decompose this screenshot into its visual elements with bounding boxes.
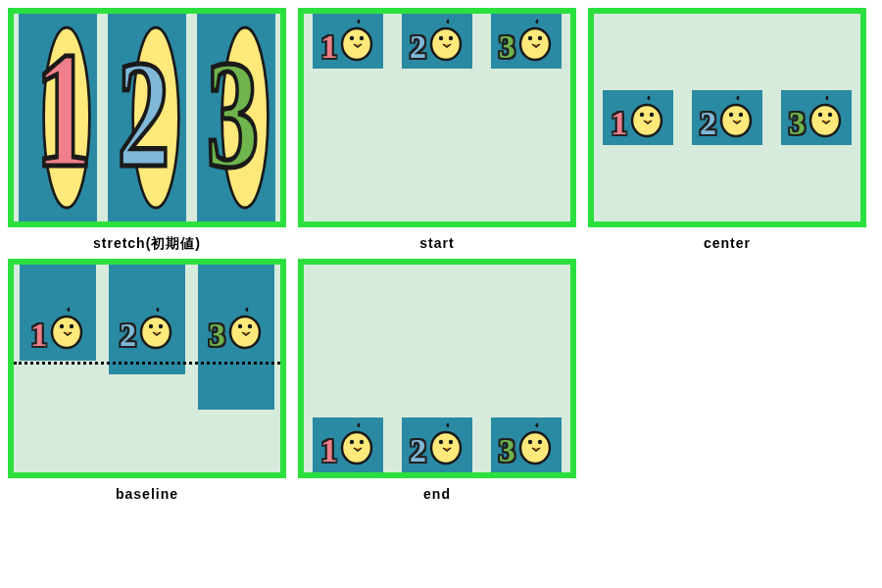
item2-stretched-art: 2 [112,20,182,216]
number-1: 1 [320,30,337,64]
chick-icon [427,422,465,469]
svg-point-38 [449,440,453,444]
svg-point-22 [817,113,821,117]
panel-start: 1 2 3 start [298,8,576,253]
panel-stretch-label: stretch(初期値) [93,235,201,253]
chick-icon [717,95,755,142]
panel-stretch-box: 1 2 [8,8,286,227]
svg-text:1: 1 [35,20,92,202]
chick-icon [137,307,174,354]
number-3: 3 [499,434,515,467]
chick-icon [48,307,85,354]
panel-end-label: end [423,486,451,502]
panel-end: 1 2 3 end [298,259,576,502]
flex-item-3: 3 [491,417,562,472]
baseline-line [14,362,280,365]
svg-point-32 [247,324,251,328]
panel-baseline-box: 1 2 3 [8,259,286,478]
svg-point-20 [739,113,743,117]
number-1: 1 [611,107,627,140]
svg-point-35 [360,440,364,444]
svg-point-14 [537,36,541,40]
flex-item-2: 2 [109,265,185,374]
svg-point-7 [350,36,354,40]
flex-item-1: 1 [313,14,383,69]
row-1: 1 2 [8,8,874,253]
svg-point-13 [527,36,531,40]
chick-icon [338,19,375,66]
number-2: 2 [410,30,426,64]
svg-point-25 [60,324,64,328]
chick-icon [516,19,554,66]
item1-stretched-art: 1 [23,20,93,216]
svg-point-41 [537,440,541,444]
flex-item-2: 2 [402,14,472,69]
flex-item-3: 3 [781,90,852,145]
flex-container-baseline: 1 2 3 [14,265,280,472]
flex-container-start: 1 2 3 [304,14,570,221]
svg-point-19 [729,113,733,117]
flex-item-3: 3 [491,14,562,69]
svg-point-26 [70,324,74,328]
flex-item-1: 1 [313,417,383,472]
number-1: 1 [320,434,337,467]
chick-icon [226,307,264,354]
svg-point-34 [350,440,354,444]
number-3: 3 [499,30,515,64]
svg-point-17 [650,113,654,117]
chick-icon [338,422,375,469]
svg-text:2: 2 [117,29,170,199]
panel-center: 1 2 3 center [588,8,866,253]
svg-point-8 [360,36,364,40]
svg-text:3: 3 [206,29,259,199]
flex-item-2: 2 [108,14,186,221]
flex-container-end: 1 2 3 [304,265,570,472]
flex-item-1: 1 [19,14,97,221]
number-3: 3 [209,318,225,352]
svg-point-10 [439,36,443,40]
item3-stretched-art: 3 [201,20,271,216]
svg-point-16 [640,113,644,117]
flex-item-3: 3 [197,14,275,221]
panel-end-box: 1 2 3 [298,259,576,478]
panel-center-box: 1 2 3 [588,8,866,227]
flex-container-stretch: 1 2 [14,14,280,221]
chick-icon [427,19,465,66]
row-2: 1 2 3 baseline 1 2 3 end [8,259,874,502]
panel-start-label: start [419,235,454,251]
svg-point-40 [527,440,531,444]
panel-center-label: center [704,235,751,251]
flex-item-1: 1 [603,90,673,145]
panel-baseline-label: baseline [116,486,178,502]
flex-item-3: 3 [198,265,274,410]
flex-item-2: 2 [692,90,762,145]
panel-stretch: 1 2 [8,8,286,253]
chick-icon [628,95,665,142]
svg-point-29 [159,324,163,328]
chick-icon [516,422,554,469]
number-1: 1 [30,318,47,352]
panel-baseline: 1 2 3 baseline [8,259,286,502]
number-2: 2 [120,318,136,352]
number-3: 3 [789,107,806,140]
svg-point-37 [439,440,443,444]
number-2: 2 [410,434,426,467]
number-2: 2 [700,107,716,140]
chick-icon [807,95,844,142]
svg-point-31 [237,324,241,328]
svg-point-28 [149,324,153,328]
svg-point-23 [827,113,831,117]
flex-container-center: 1 2 3 [594,14,860,221]
align-items-diagram: 1 2 [0,0,882,588]
svg-point-11 [449,36,453,40]
panel-start-box: 1 2 3 [298,8,576,227]
flex-item-2: 2 [402,417,472,472]
flex-item-1: 1 [20,265,96,361]
